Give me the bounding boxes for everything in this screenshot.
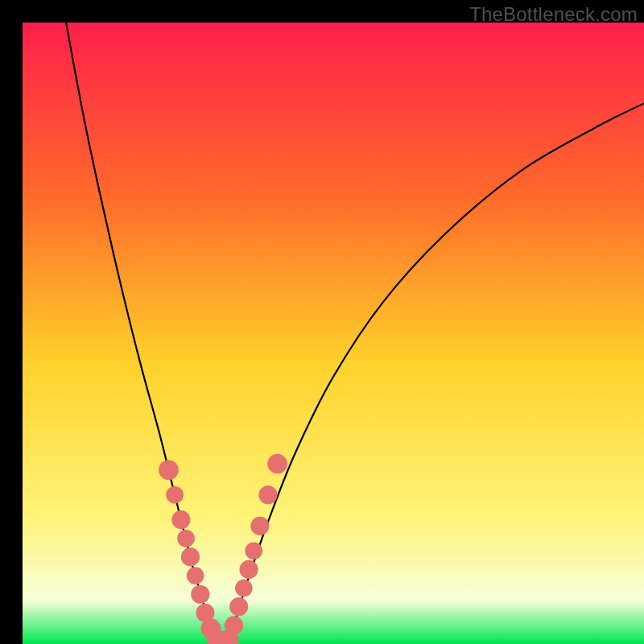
data-marker [229,597,248,616]
chart-svg [23,23,644,644]
gradient-background [23,23,644,644]
plot-area [23,23,644,644]
chart-frame: TheBottleneck.com [0,0,644,644]
data-marker [191,585,209,604]
data-marker [235,580,253,597]
data-marker [250,517,269,535]
data-marker [245,542,262,559]
data-marker [171,510,190,529]
data-marker [225,616,243,634]
data-marker [258,485,277,504]
data-marker [181,547,200,566]
data-marker [187,567,204,584]
data-marker [166,486,184,504]
data-marker [159,460,179,480]
data-marker [239,560,258,579]
data-marker [267,454,287,474]
data-marker [177,530,195,547]
